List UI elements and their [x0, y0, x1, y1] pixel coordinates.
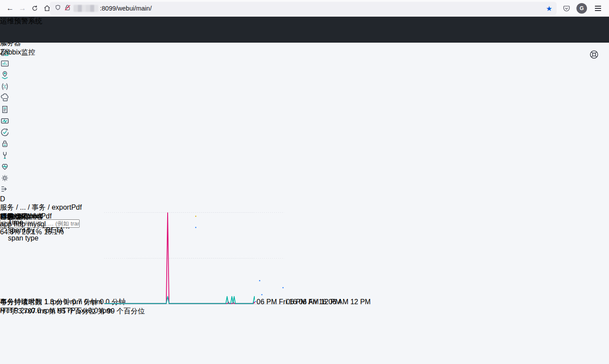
canvas-icon[interactable]: [0, 59, 609, 70]
collapse-nav-icon[interactable]: [0, 185, 609, 195]
dashboard-icon[interactable]: [0, 47, 609, 59]
infrastructure-icon[interactable]: [0, 93, 609, 105]
x-tick: 06 AM: [299, 298, 319, 306]
legend-value: 0.0 rpm: [31, 307, 55, 314]
legend-label: HTTP 5xx: [57, 307, 88, 314]
rpm-chart-plot[interactable]: [104, 212, 255, 304]
monitoring-heart-icon[interactable]: [0, 162, 609, 173]
breadcrumb-ellipsis[interactable]: ...: [20, 204, 26, 211]
y-tick: 1 rpm: [44, 298, 62, 306]
siem-lock-icon[interactable]: [0, 139, 609, 150]
breadcrumb-separator: /: [28, 204, 29, 211]
menu-hamburger-icon[interactable]: [591, 2, 605, 15]
x-tick: 06 PM: [257, 298, 277, 306]
insecure-lock-icon[interactable]: [64, 4, 71, 13]
legend-item[interactable]: HTTP 5xx0.0 rpm: [57, 307, 112, 314]
app-title: 运维预警系统: [0, 17, 609, 26]
breadcrumb: 服务 / ... / 事务 / exportPdf: [0, 203, 609, 212]
requests-per-minute-panel: 每分钟请求数 1 rpm 1 rpm 0 rpm 06 PM Fri 16 06…: [0, 212, 341, 315]
sidebar-item-zabbix[interactable]: Zabbix监控: [0, 48, 42, 57]
censored-host: [73, 5, 98, 12]
browser-toolbar: ← → :8099/webui/main/ ★ G: [0, 0, 609, 17]
profile-avatar[interactable]: G: [576, 3, 587, 14]
watermark: @51CTO博客: [0, 212, 44, 222]
logs-icon[interactable]: [0, 105, 609, 116]
chart-title: 每分钟请求数: [0, 298, 42, 306]
breadcrumb-separator: /: [16, 204, 18, 211]
y-tick: 1 rpm: [64, 298, 82, 306]
y-tick: 0 rpm: [84, 298, 102, 306]
url-text[interactable]: :8099/webui/main/: [100, 5, 152, 12]
reload-icon[interactable]: [28, 2, 41, 15]
x-tick: 12 PM: [321, 298, 341, 306]
pocket-icon[interactable]: [560, 2, 573, 15]
breadcrumb-current: exportPdf: [51, 204, 81, 211]
censored-company-logo: [0, 17, 67, 43]
machine-learning-icon[interactable]: [0, 82, 609, 93]
breadcrumb-separator: /: [48, 204, 50, 211]
forward-icon[interactable]: →: [16, 2, 29, 15]
tracking-shield-icon[interactable]: [55, 4, 61, 13]
help-icon[interactable]: [589, 49, 599, 62]
bookmark-star-icon[interactable]: ★: [546, 4, 552, 13]
back-icon[interactable]: ←: [4, 2, 17, 15]
breadcrumb-transactions[interactable]: 事务: [32, 204, 46, 211]
legend-label: HTTP 2xx: [0, 307, 31, 314]
app-header: 运维预警系统: [0, 17, 609, 43]
x-tick: Fri 16: [279, 298, 297, 306]
management-gear-icon[interactable]: [0, 173, 609, 185]
uptime-icon[interactable]: [0, 127, 609, 139]
legend-item[interactable]: HTTP 2xx0.0 rpm: [0, 307, 55, 314]
screen: ← → :8099/webui/main/ ★ G: [0, 0, 609, 364]
legend-value: 0.0 rpm: [88, 307, 112, 314]
rpm-chart-legend: HTTP 2xx0.0 rpm HTTP 5xx0.0 rpm: [0, 307, 341, 315]
x-tick: 12 PM: [350, 298, 371, 306]
breadcrumb-services[interactable]: 服务: [0, 204, 14, 211]
maps-pin-icon[interactable]: [0, 70, 609, 82]
devtools-wrench-icon[interactable]: [0, 150, 609, 162]
sidebar-item-label: Zabbix监控: [0, 48, 35, 56]
apm-icon[interactable]: [0, 116, 609, 127]
space-badge[interactable]: D: [0, 195, 609, 203]
url-bar[interactable]: :8099/webui/main/ ★: [50, 2, 557, 15]
